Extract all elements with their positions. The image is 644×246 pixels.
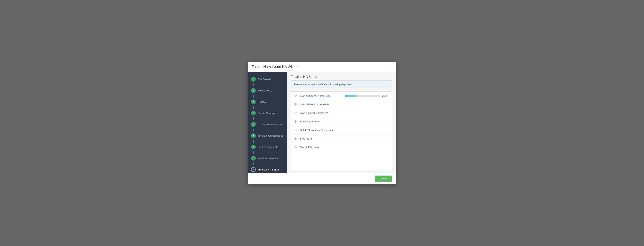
tasks-list: ⚙ Start Additional NameNode 35% ⚙ Instal… xyxy=(291,91,392,170)
sidebar-item-select-hosts: ✓ Select Hosts xyxy=(248,86,287,95)
main-content: Finalize HA Setup Please wait while Name… xyxy=(287,72,396,173)
sidebar-item-get-started: ✓ Get Started xyxy=(248,75,287,83)
sidebar-item-create-checkpoint: ✓ Create Checkpoint xyxy=(248,109,287,117)
task-label-start-failover: Start Failover Controllers xyxy=(300,112,328,114)
step-connector-7 xyxy=(253,151,254,154)
gear-icon-6: ⚙ xyxy=(294,137,298,141)
task-label-delete-secondary: Delete Secondary NameNode xyxy=(300,129,334,132)
modal-header: Enable NameNode HA Wizard × xyxy=(248,62,396,72)
step-circle-6: ✓ xyxy=(251,133,256,138)
step-label-8: Initialize Metadata xyxy=(258,157,278,160)
step-label-3: Review xyxy=(258,100,266,103)
step-connector-8 xyxy=(253,163,254,165)
step-connector-3 xyxy=(253,106,254,109)
modal-body: ✓ Get Started ✓ Select Hosts ✓ Review xyxy=(248,72,396,173)
task-label-stop-hdfs: Stop HDFS xyxy=(300,137,313,140)
sidebar-item-review: ✓ Review xyxy=(248,97,287,106)
info-banner: Please wait while NameNode HA is being d… xyxy=(291,80,392,88)
progress-percent: 35% xyxy=(382,94,389,97)
modal: Enable NameNode HA Wizard × ✓ Get Starte… xyxy=(248,62,396,184)
modal-footer: DONE xyxy=(248,173,396,184)
task-row-reconfigure-ams: ⚙ Reconfigure AMS xyxy=(291,117,392,126)
step-label-2: Select Hosts xyxy=(258,89,272,92)
step-circle-7: ✓ xyxy=(251,145,256,149)
step-label-6: Initialize JournalNodes xyxy=(258,134,283,137)
step-circle-2: ✓ xyxy=(251,88,256,93)
gear-icon-3: ⚙ xyxy=(294,111,298,115)
step-connector-2 xyxy=(253,95,254,97)
step-circle-3: ✓ xyxy=(251,99,256,104)
step-circle-9: 9 xyxy=(251,167,256,172)
check-icon-7: ✓ xyxy=(252,146,254,148)
sidebar-item-initialize-metadata: ✓ Initialize Metadata xyxy=(248,154,287,163)
sidebar-item-start-components: ✓ Start Components xyxy=(248,143,287,151)
progress-bar-fill xyxy=(345,95,357,97)
step-label-7: Start Components xyxy=(258,146,278,149)
step-connector-4 xyxy=(253,117,254,120)
gear-icon-7: ⚙ xyxy=(294,145,298,149)
step-circle-1: ✓ xyxy=(251,77,256,82)
check-icon-2: ✓ xyxy=(252,89,254,92)
step-label-1: Get Started xyxy=(258,78,270,81)
step-circle-5: ✓ xyxy=(251,122,256,127)
task-row-install-failover: ⚙ Install Failover Controllers xyxy=(291,100,392,109)
sidebar-item-finalize: 9 Finalize HA Setup xyxy=(248,165,287,174)
check-icon-5: ✓ xyxy=(252,123,254,126)
done-button[interactable]: DONE xyxy=(375,176,392,182)
task-row-stop-hdfs: ⚙ Stop HDFS xyxy=(291,134,392,143)
task-progress-area: 35% xyxy=(345,94,389,97)
content-heading: Finalize HA Setup xyxy=(287,72,396,80)
gear-icon-2: ⚙ xyxy=(294,103,298,106)
task-label-start-all-services: Start All Services xyxy=(300,146,319,149)
step-circle-4: ✓ xyxy=(251,111,256,115)
modal-title: Enable NameNode HA Wizard xyxy=(252,65,298,69)
step-connector-1 xyxy=(253,83,254,86)
check-icon-6: ✓ xyxy=(252,134,254,137)
task-row-start-failover: ⚙ Start Failover Controllers xyxy=(291,109,392,117)
progress-bar-container xyxy=(345,95,380,97)
gear-icon-4: ⚙ xyxy=(294,120,298,123)
task-label-start-additional-namenode: Start Additional NameNode xyxy=(300,94,330,97)
step-connector-5 xyxy=(253,129,254,131)
task-row-start-all-services: ⚙ Start All Services xyxy=(291,143,392,151)
check-icon-3: ✓ xyxy=(252,100,254,103)
step-label-9: Finalize HA Setup xyxy=(258,168,279,171)
task-label-reconfigure-ams: Reconfigure AMS xyxy=(300,120,320,123)
task-row-delete-secondary: ⚙ Delete Secondary NameNode xyxy=(291,126,392,134)
gear-icon-1: ⚙ xyxy=(294,94,298,98)
gear-icon-5: ⚙ xyxy=(294,128,298,132)
step-label-5: Configure Components xyxy=(258,123,284,126)
check-icon-4: ✓ xyxy=(252,112,254,114)
task-label-install-failover: Install Failover Controllers xyxy=(300,103,329,106)
sidebar-item-configure: ✓ Configure Components xyxy=(248,120,287,129)
step-connector-6 xyxy=(253,140,254,143)
step-circle-8: ✓ xyxy=(251,156,256,161)
sidebar-item-initialize-journal: ✓ Initialize JournalNodes xyxy=(248,131,287,140)
sidebar: ✓ Get Started ✓ Select Hosts ✓ Review xyxy=(248,72,287,173)
step-label-4: Create Checkpoint xyxy=(258,112,279,115)
task-row-start-additional-namenode: ⚙ Start Additional NameNode 35% xyxy=(291,92,392,100)
step-number-9: 9 xyxy=(253,168,254,171)
check-icon-1: ✓ xyxy=(252,78,254,81)
close-button[interactable]: × xyxy=(390,65,392,69)
check-icon-8: ✓ xyxy=(252,157,254,160)
